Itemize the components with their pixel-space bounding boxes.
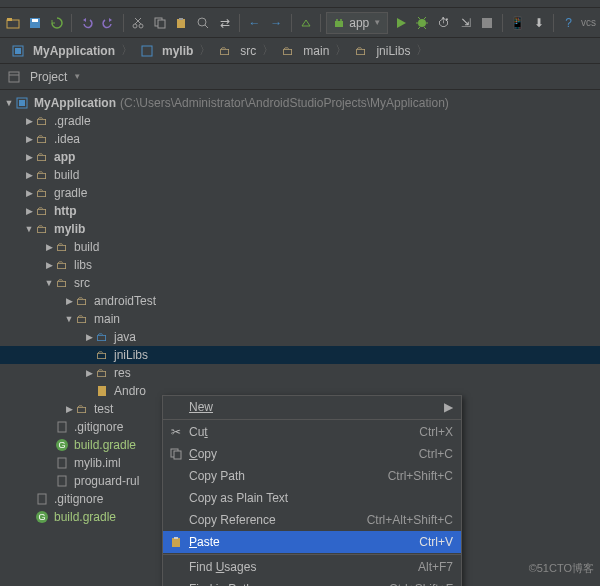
menu-copy-plain[interactable]: Copy as Plain Text	[163, 487, 461, 509]
build-icon[interactable]	[297, 13, 316, 33]
svg-rect-15	[482, 18, 492, 28]
menu-new[interactable]: New▶	[163, 396, 461, 418]
expand-icon[interactable]: ▼	[44, 278, 54, 288]
tree-item[interactable]: ▶🗀libs	[0, 256, 600, 274]
breadcrumb-item[interactable]: 🗀src	[213, 44, 260, 58]
expand-icon[interactable]: ▶	[84, 368, 94, 378]
menu-copy-ref[interactable]: Copy ReferenceCtrl+Alt+Shift+C	[163, 509, 461, 531]
tree-item[interactable]: ▶🗀.gradle	[0, 112, 600, 130]
sync-icon[interactable]	[47, 13, 66, 33]
copy-icon[interactable]	[150, 13, 169, 33]
module-icon	[10, 44, 26, 58]
svg-rect-22	[98, 386, 106, 396]
svg-rect-26	[38, 494, 46, 504]
menu-copy-path[interactable]: Copy PathCtrl+Shift+C	[163, 465, 461, 487]
menu-find-in-path[interactable]: Find in Path...Ctrl+Shift+F	[163, 578, 461, 586]
tree-item[interactable]: ▶🗀res	[0, 364, 600, 382]
folder-icon: 🗀	[54, 258, 70, 272]
back-icon[interactable]: ←	[245, 13, 264, 33]
expand-icon[interactable]: ▼	[4, 98, 14, 108]
tree-item[interactable]: ▶🗀androidTest	[0, 292, 600, 310]
expand-icon[interactable]: ▶	[24, 116, 34, 126]
tree-item[interactable]: ▶🗀gradle	[0, 184, 600, 202]
cut-icon[interactable]	[129, 13, 148, 33]
sdk-icon[interactable]: ⬇	[530, 13, 549, 33]
expand-icon[interactable]: ▶	[64, 404, 74, 414]
breadcrumb-item[interactable]: mylib	[135, 44, 197, 58]
svg-point-12	[336, 19, 338, 21]
expand-icon[interactable]: ▼	[24, 224, 34, 234]
expand-icon[interactable]: ▶	[44, 260, 54, 270]
avd-icon[interactable]: 📱	[508, 13, 527, 33]
expand-icon[interactable]: ▶	[24, 152, 34, 162]
paste-icon[interactable]	[172, 13, 191, 33]
tree-item-selected[interactable]: 🗀jniLibs	[0, 346, 600, 364]
tree-item[interactable]: ▶🗀java	[0, 328, 600, 346]
profile-icon[interactable]: ⏱	[435, 13, 454, 33]
replace-icon[interactable]: ⇄	[215, 13, 234, 33]
svg-point-10	[198, 18, 206, 26]
chevron-down-icon: ▼	[373, 18, 381, 27]
breadcrumb-item[interactable]: 🗀jniLibs	[349, 44, 414, 58]
folder-icon: 🗀	[217, 44, 233, 58]
open-icon[interactable]	[4, 13, 23, 33]
paste-icon	[167, 536, 185, 548]
run-config-label: app	[349, 16, 369, 30]
tree-item[interactable]: ▼🗀mylib	[0, 220, 600, 238]
folder-icon: 🗀	[94, 348, 110, 362]
folder-icon: 🗀	[34, 168, 50, 182]
menu-separator	[163, 554, 461, 555]
tree-item[interactable]: ▶🗀.idea	[0, 130, 600, 148]
tree-item[interactable]: ▶🗀http	[0, 202, 600, 220]
tree-item[interactable]: ▼🗀src	[0, 274, 600, 292]
module-icon	[139, 44, 155, 58]
tree-item[interactable]: ▶🗀build	[0, 166, 600, 184]
chevron-down-icon[interactable]: ▼	[73, 72, 81, 81]
undo-icon[interactable]	[77, 13, 96, 33]
help-icon[interactable]: ?	[559, 13, 578, 33]
debug-icon[interactable]	[413, 13, 432, 33]
project-view-label[interactable]: Project	[30, 70, 67, 84]
menu-bar[interactable]	[0, 0, 600, 8]
tree-item[interactable]: ▶🗀app	[0, 148, 600, 166]
svg-rect-18	[142, 46, 152, 56]
attach-icon[interactable]: ⇲	[456, 13, 475, 33]
menu-find-usages[interactable]: Find UsagesAlt+F7	[163, 556, 461, 578]
run-icon[interactable]	[391, 13, 410, 33]
stop-icon[interactable]	[478, 13, 497, 33]
expand-icon[interactable]: ▶	[24, 170, 34, 180]
svg-point-5	[139, 24, 143, 28]
watermark: ©51CTO博客	[529, 561, 594, 576]
folder-icon: 🗀	[34, 114, 50, 128]
breadcrumb-item[interactable]: 🗀main	[276, 44, 333, 58]
folder-icon: 🗀	[54, 276, 70, 290]
expand-icon[interactable]: ▼	[64, 314, 74, 324]
redo-icon[interactable]	[99, 13, 118, 33]
menu-paste[interactable]: PasteCtrl+V	[163, 531, 461, 553]
find-icon[interactable]	[194, 13, 213, 33]
menu-separator	[163, 419, 461, 420]
forward-icon[interactable]: →	[267, 13, 286, 33]
expand-icon[interactable]: ▶	[64, 296, 74, 306]
breadcrumb-item[interactable]: MyApplication	[6, 44, 119, 58]
tree-item[interactable]: ▼🗀main	[0, 310, 600, 328]
svg-rect-21	[19, 100, 25, 106]
expand-icon[interactable]: ▶	[24, 206, 34, 216]
menu-copy[interactable]: CopyCtrl+C	[163, 443, 461, 465]
context-menu: New▶ ✂CutCtrl+X CopyCtrl+C Copy PathCtrl…	[162, 395, 462, 586]
file-icon	[54, 456, 70, 470]
svg-rect-3	[32, 19, 38, 22]
expand-icon[interactable]: ▶	[24, 188, 34, 198]
save-icon[interactable]	[26, 13, 45, 33]
expand-icon[interactable]: ▶	[84, 332, 94, 342]
view-mode-icon[interactable]	[4, 67, 24, 87]
menu-cut[interactable]: ✂CutCtrl+X	[163, 421, 461, 443]
expand-icon[interactable]: ▶	[24, 134, 34, 144]
tree-root[interactable]: ▼MyApplication(C:\Users\Administrator\An…	[0, 94, 600, 112]
expand-icon[interactable]: ▶	[44, 242, 54, 252]
run-config-combo[interactable]: app ▼	[326, 12, 388, 34]
svg-rect-11	[335, 21, 343, 27]
folder-icon: 🗀	[94, 330, 110, 344]
folder-icon: 🗀	[280, 44, 296, 58]
tree-item[interactable]: ▶🗀build	[0, 238, 600, 256]
